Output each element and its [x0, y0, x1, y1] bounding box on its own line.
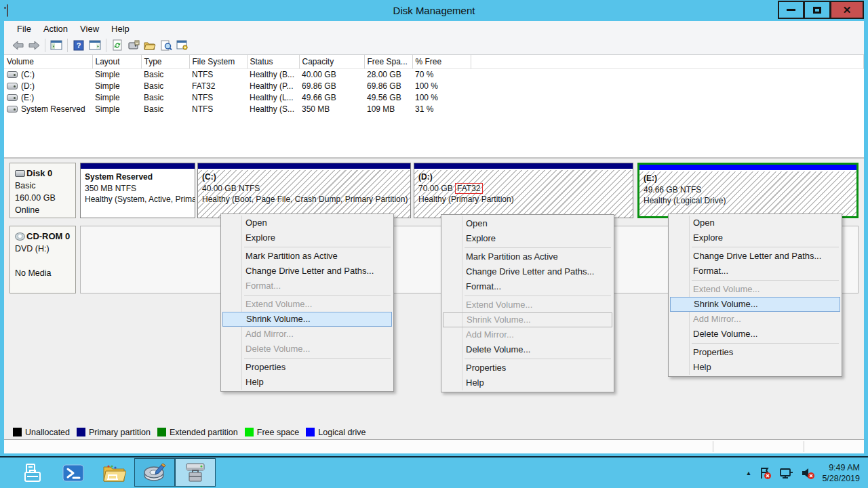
menu-item-explore[interactable]: Explore — [670, 230, 840, 245]
menu-item-format: Format... — [222, 279, 392, 293]
cdrom-drive-letter: DVD (H:) — [15, 243, 73, 255]
partition-color-band — [81, 163, 195, 170]
partition-e[interactable]: (E:) 49.66 GB NTFS Healthy (Logical Driv… — [637, 163, 859, 218]
cdrom0-label[interactable]: CD-ROM 0 DVD (H:) No Media — [9, 226, 76, 293]
maximize-icon — [813, 7, 821, 14]
col-status[interactable]: Status — [247, 55, 299, 68]
menu-item-shrink-volume: Shrink Volume... — [443, 312, 612, 327]
help-icon[interactable]: ? — [71, 38, 87, 53]
col-free-space[interactable]: Free Spa... — [364, 55, 412, 68]
disk-properties-icon[interactable] — [125, 38, 142, 53]
partition-system-reserved[interactable]: System Reserved 350 MB NTFS Healthy (Sys… — [80, 163, 195, 218]
show-hidden-icons-button[interactable]: ▲ — [745, 470, 751, 476]
menu-separator — [692, 280, 839, 281]
volume-table: Volume Layout Type File System Status Ca… — [4, 55, 864, 115]
table-row[interactable]: (C:) SimpleBasic NTFSHealthy (B... 40.00… — [4, 68, 864, 80]
col-capacity[interactable]: Capacity — [299, 55, 364, 68]
taskbar-partition-tool-button[interactable] — [134, 458, 175, 487]
menu-view[interactable]: View — [74, 22, 105, 35]
legend-swatch — [77, 428, 85, 436]
console-options-icon[interactable] — [174, 38, 191, 53]
menu-item-delete-volume[interactable]: Delete Volume... — [670, 327, 840, 342]
network-icon[interactable] — [778, 466, 793, 480]
menu-action[interactable]: Action — [37, 22, 74, 35]
col-pct-free[interactable]: % Free — [412, 55, 471, 68]
menu-file[interactable]: File — [11, 22, 37, 35]
volume-list-pane: Volume Layout Type File System Status Ca… — [4, 55, 864, 157]
open-folder-icon[interactable] — [142, 38, 158, 53]
menu-item-format[interactable]: Format... — [443, 279, 612, 294]
disk0-label[interactable]: Disk 0 Basic 160.00 GB Online — [9, 163, 76, 218]
menu-item-help[interactable]: Help — [222, 375, 392, 390]
menu-item-open[interactable]: Open — [670, 216, 840, 230]
taskbar-server-manager-button[interactable] — [12, 458, 53, 488]
menu-separator — [465, 359, 611, 359]
menu-item-mark-partition-active[interactable]: Mark Partition as Active — [443, 249, 612, 264]
menu-separator — [244, 295, 391, 296]
taskbar-file-explorer-button[interactable] — [94, 458, 134, 488]
minimize-button[interactable] — [778, 1, 804, 19]
table-row[interactable]: System Reserved SimpleBasic NTFSHealthy … — [4, 103, 864, 115]
menu-item-change-drive-letter[interactable]: Change Drive Letter and Paths... — [443, 264, 612, 279]
close-icon: ✕ — [843, 5, 852, 15]
volume-muted-icon[interactable] — [800, 466, 815, 480]
menu-item-help[interactable]: Help — [670, 360, 840, 375]
refresh-icon[interactable] — [109, 38, 125, 53]
col-file-system[interactable]: File System — [189, 55, 247, 68]
menu-item-explore[interactable]: Explore — [222, 230, 392, 245]
table-row[interactable]: (E:) SimpleBasic NTFSHealthy (L... 49.66… — [4, 92, 864, 103]
title-bar[interactable]: Disk Management ✕ — [0, 0, 868, 21]
menu-item-change-drive-letter[interactable]: Change Drive Letter and Paths... — [670, 249, 840, 264]
menu-item-format[interactable]: Format... — [670, 264, 840, 279]
action-center-flag-icon[interactable] — [758, 466, 772, 480]
disk-icon — [15, 170, 25, 177]
legend-swatch — [245, 428, 254, 436]
partition-c[interactable]: (C:) 40.00 GB NTFS Healthy (Boot, Page F… — [197, 163, 411, 218]
legend-unallocated: Unallocated — [13, 428, 70, 437]
col-layout[interactable]: Layout — [92, 55, 141, 68]
table-header-row: Volume Layout Type File System Status Ca… — [4, 55, 864, 68]
system-tray: ▲ 9:49 AM 5/28/2019 — [745, 458, 868, 488]
toolbar-separator — [106, 39, 106, 52]
menu-item-properties[interactable]: Properties — [222, 360, 392, 375]
menu-item-properties[interactable]: Properties — [670, 345, 840, 360]
menu-item-delete-volume[interactable]: Delete Volume... — [443, 342, 612, 357]
status-bar-divider — [713, 441, 713, 452]
maximize-button[interactable] — [804, 1, 831, 19]
taskbar-disk-management-button[interactable] — [175, 458, 216, 487]
legend-logical-drive: Logical drive — [306, 428, 366, 437]
partition-color-band — [414, 163, 633, 170]
back-icon[interactable] — [9, 38, 26, 53]
taskbar-powershell-button[interactable] — [53, 458, 94, 488]
forward-icon[interactable] — [26, 38, 42, 53]
menu-item-open[interactable]: Open — [222, 216, 392, 230]
volume-icon — [7, 71, 18, 78]
volume-icon — [7, 94, 18, 101]
context-menu-partition-c: Open Explore Mark Partition as Active Ch… — [220, 214, 394, 392]
legend-swatch — [13, 428, 22, 436]
server-manager-icon — [21, 462, 44, 484]
legend-swatch — [306, 428, 315, 436]
table-row[interactable]: (D:) SimpleBasic FAT32Healthy (P... 69.8… — [4, 80, 864, 92]
taskbar-clock[interactable]: 9:49 AM 5/28/2019 — [822, 462, 860, 484]
menu-item-mark-partition-active[interactable]: Mark Partition as Active — [222, 249, 392, 264]
menu-item-extend-volume: Extend Volume... — [222, 297, 392, 312]
col-type[interactable]: Type — [141, 55, 189, 68]
menu-item-properties[interactable]: Properties — [443, 361, 612, 375]
find-icon[interactable] — [158, 38, 174, 53]
close-button[interactable]: ✕ — [831, 1, 864, 19]
menu-item-shrink-volume[interactable]: Shrink Volume... — [670, 297, 840, 312]
show-console-tree-icon[interactable] — [48, 38, 64, 53]
menu-item-change-drive-letter[interactable]: Change Drive Letter and Paths... — [222, 264, 392, 279]
fat32-annotation-box: FAT32 — [455, 183, 482, 194]
menu-item-help[interactable]: Help — [443, 375, 612, 390]
disk-management-icon — [183, 461, 208, 484]
menu-help[interactable]: Help — [105, 22, 136, 35]
show-action-pane-icon[interactable] — [87, 38, 103, 53]
col-volume[interactable]: Volume — [4, 55, 92, 68]
menu-separator — [692, 343, 839, 344]
menu-item-shrink-volume[interactable]: Shrink Volume... — [222, 312, 392, 327]
menu-item-explore[interactable]: Explore — [443, 231, 612, 246]
menu-item-open[interactable]: Open — [443, 216, 612, 231]
partition-d[interactable]: (D:) 70.00 GB FAT32 Healthy (Primary Par… — [414, 163, 633, 218]
